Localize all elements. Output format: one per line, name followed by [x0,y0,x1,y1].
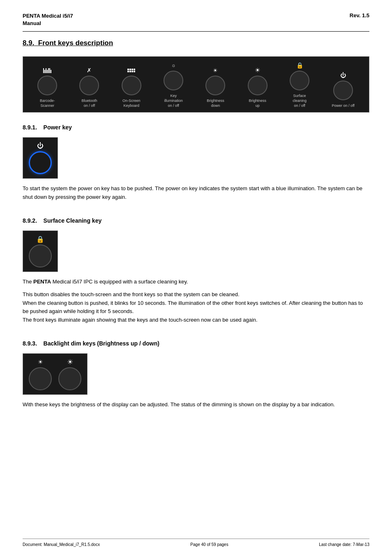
key-label-illumination: Keyilluminationon / off [164,94,183,108]
key-table: Barcode-Scanner ✗ Bluetoothon / off On-S… [23,56,369,113]
footer-date: Last change date: 7-Mar-13 [319,542,369,547]
key-illumination: ☼ Keyilluminationon / off [164,62,183,108]
power-demo-icon: ⏻ [37,142,44,150]
key-label-power: Power on / off [332,104,354,108]
key-circle-brightness-up [248,76,267,95]
sun-large-icon: ☀ [255,67,260,74]
cleaning-key-demo: 🔒 [23,230,58,272]
brightness-down-demo: ☀ [29,358,52,390]
key-circle-bluetooth [79,76,99,95]
key-power: ⏻ Power on / off [332,71,354,108]
subsection-power-title: 8.9.1. Power key [23,124,369,131]
power-key-demo: ⏻ [23,137,58,179]
key-barcode-scanner: Barcode-Scanner [37,67,57,108]
sun-down-demo-icon: ☀ [38,358,43,366]
key-circle-illumination [164,71,183,90]
key-label-cleaning: Surfacecleaningon / off [293,94,307,108]
sun-medium-icon: ☀ [213,67,218,74]
power-key-description: To start the system the power on key has… [23,184,369,202]
barcode-icon [43,67,51,74]
brightness-keys-demo: ☀ ☀ [23,353,88,395]
cleaning-key-desc1: The PENTA Medical i5/i7 IPC is equipped … [23,278,369,286]
key-label-bluetooth: Bluetoothon / off [81,99,97,108]
sun-up-demo-icon: ☀ [67,358,73,366]
power-demo-circle [29,151,52,174]
key-keyboard: On-ScreenKeyboard [122,67,141,108]
page: PENTA Medical i5/i7 Manual Rev. 1.5 8.9.… [0,0,392,555]
brightness-up-demo: ☀ [58,358,81,390]
section-title: 8.9. Front keys description [23,39,369,47]
key-circle-keyboard [122,76,141,95]
lock-demo-icon: 🔒 [36,235,44,243]
key-label-keyboard: On-ScreenKeyboard [122,99,141,108]
subsection-cleaning-title: 8.9.2. Surface Cleaning key [23,217,369,224]
brightness-up-demo-circle [58,367,81,390]
bluetooth-icon: ✗ [87,67,92,74]
footer: Document: Manual_Medical_i7_R1.5.docx Pa… [23,539,369,547]
two-brightness-keys: ☀ ☀ [29,358,81,390]
subsection-brightness-keys: 8.9.3. Backlight dim keys (Brightness up… [23,340,369,413]
subsection-power-key: 8.9.1. Power key ⏻ To start the system t… [23,124,369,206]
power-icon: ⏻ [340,71,346,79]
key-circle-barcode [37,76,57,95]
header: PENTA Medical i5/i7 Manual Rev. 1.5 [23,12,369,32]
key-bluetooth: ✗ Bluetoothon / off [79,67,99,108]
key-circle-power [333,81,353,100]
key-circle-cleaning [290,71,309,90]
key-label-brightness-down: Brightnessdown [207,99,224,108]
cleaning-key-desc2: This button disables the touch-screen an… [23,290,369,325]
cleaning-demo-circle [29,244,52,267]
brightness-down-demo-circle [29,367,52,390]
footer-page: Page 40 of 59 pages [190,542,228,547]
sun-small-icon: ☼ [171,62,176,69]
lock-icon: 🔒 [296,62,303,69]
key-label-brightness-up: Brightnessup [249,99,267,108]
key-brightness-down: ☀ Brightnessdown [205,67,225,108]
header-title: PENTA Medical i5/i7 Manual [23,12,73,27]
power-demo-item: ⏻ [29,142,52,174]
key-circle-brightness-down [205,76,225,95]
cleaning-demo-item: 🔒 [29,235,52,267]
key-brightness-up: ☀ Brightnessup [248,67,267,108]
footer-doc: Document: Manual_Medical_i7_R1.5.docx [23,542,100,547]
header-revision: Rev. 1.5 [350,12,369,18]
brightness-keys-desc: With these keys the brightness of the di… [23,401,369,409]
key-surface-cleaning: 🔒 Surfacecleaningon / off [290,62,309,108]
subsection-cleaning-key: 8.9.2. Surface Cleaning key 🔒 The PENTA … [23,217,369,329]
subsection-brightness-title: 8.9.3. Backlight dim keys (Brightness up… [23,340,369,347]
keyboard-icon [127,67,135,74]
key-label-barcode: Barcode-Scanner [40,99,55,108]
